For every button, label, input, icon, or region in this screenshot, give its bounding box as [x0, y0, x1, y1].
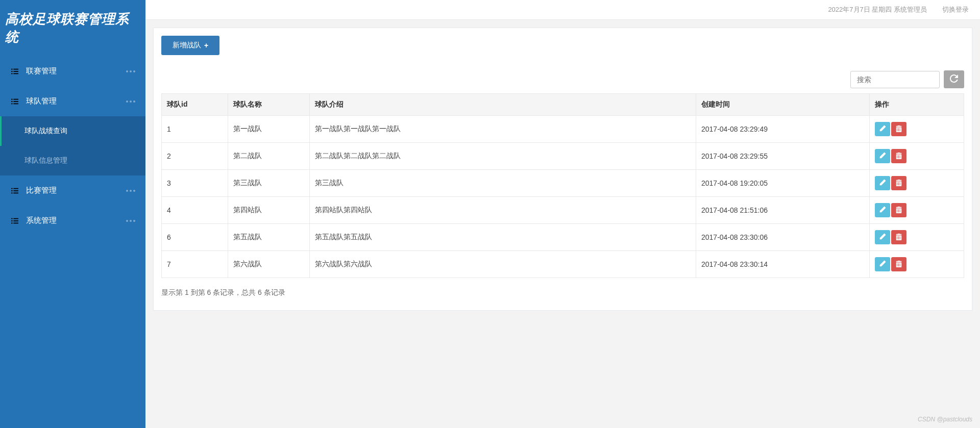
- delete-button[interactable]: [891, 176, 906, 190]
- edit-icon: [879, 260, 886, 269]
- edit-button[interactable]: [875, 176, 890, 190]
- cell-intro: 第五战队第五战队: [310, 224, 696, 251]
- svg-rect-20: [11, 220, 13, 221]
- topbar: 2022年7月7日 星期四 系统管理员 切换登录: [145, 0, 980, 20]
- cell-created: 2017-04-08 23:29:49: [696, 116, 870, 143]
- svg-rect-9: [13, 101, 18, 102]
- cell-name: 第一战队: [228, 116, 310, 143]
- expand-dots-icon: [126, 190, 135, 192]
- svg-rect-16: [11, 192, 13, 193]
- cell-ops: [870, 251, 964, 278]
- table-row: 4第四站队第四站队第四站队2017-04-08 21:51:06: [162, 197, 964, 224]
- col-ops: 操作: [870, 94, 964, 116]
- cell-name: 第二战队: [228, 143, 310, 170]
- delete-button[interactable]: [891, 203, 906, 217]
- switch-login-link[interactable]: 切换登录: [942, 5, 969, 14]
- expand-dots-icon: [126, 220, 135, 222]
- content-panel: 新增战队 +: [153, 28, 972, 311]
- teams-table: 球队id 球队名称 球队介绍 创建时间 操作 1第一战队第一战队第一战队第一战队…: [161, 93, 964, 278]
- svg-rect-18: [11, 218, 13, 219]
- cell-ops: [870, 143, 964, 170]
- table-row: 3第三战队第三战队2017-04-08 19:20:05: [162, 170, 964, 197]
- svg-rect-23: [13, 222, 18, 223]
- sidebar-item-system[interactable]: 系统管理: [0, 206, 145, 236]
- svg-rect-22: [11, 222, 13, 223]
- sidebar: 高校足球联赛管理系统 联赛管理 球队管理 球队战绩查询 球队信息管理: [0, 0, 145, 428]
- watermark: CSDN @pastclouds: [918, 416, 972, 423]
- edit-icon: [879, 152, 886, 161]
- col-created[interactable]: 创建时间: [696, 94, 870, 116]
- svg-rect-2: [11, 71, 13, 72]
- svg-rect-21: [13, 220, 18, 221]
- edit-icon: [879, 125, 886, 134]
- table-row: 2第二战队第二战队第二战队第二战队2017-04-08 23:29:55: [162, 143, 964, 170]
- svg-rect-8: [11, 101, 13, 102]
- svg-rect-10: [11, 103, 13, 104]
- cell-name: 第三战队: [228, 170, 310, 197]
- sidebar-sub-team-info[interactable]: 球队信息管理: [0, 146, 145, 175]
- cell-name: 第五战队: [228, 224, 310, 251]
- app-logo: 高校足球联赛管理系统: [0, 0, 145, 56]
- sidebar-item-league[interactable]: 联赛管理: [0, 56, 145, 86]
- svg-rect-17: [13, 192, 18, 193]
- add-team-button[interactable]: 新增战队 +: [161, 36, 219, 55]
- edit-icon: [879, 233, 886, 242]
- table-row: 6第五战队第五战队第五战队2017-04-08 23:30:06: [162, 224, 964, 251]
- delete-button[interactable]: [891, 122, 906, 136]
- cell-name: 第六战队: [228, 251, 310, 278]
- cell-intro: 第一战队第一战队第一战队: [310, 116, 696, 143]
- svg-rect-1: [13, 68, 18, 69]
- table-toolbar: [161, 70, 964, 88]
- svg-rect-11: [13, 103, 18, 104]
- sidebar-item-label: 联赛管理: [26, 66, 57, 76]
- sidebar-sub-team-record[interactable]: 球队战绩查询: [0, 116, 145, 146]
- svg-rect-7: [13, 98, 18, 99]
- cell-intro: 第四站队第四站队: [310, 197, 696, 224]
- sidebar-item-label: 系统管理: [26, 216, 57, 225]
- edit-button[interactable]: [875, 257, 890, 271]
- col-intro[interactable]: 球队介绍: [310, 94, 696, 116]
- delete-button[interactable]: [891, 257, 906, 271]
- edit-icon: [879, 179, 886, 188]
- table-header-row: 球队id 球队名称 球队介绍 创建时间 操作: [162, 94, 964, 116]
- sidebar-item-team[interactable]: 球队管理: [0, 86, 145, 116]
- list-icon: [11, 187, 18, 194]
- sidebar-sub-label: 球队信息管理: [24, 156, 67, 164]
- edit-button[interactable]: [875, 230, 890, 244]
- main-content: 2022年7月7日 星期四 系统管理员 切换登录 新增战队 +: [145, 0, 980, 428]
- search-input[interactable]: [850, 71, 940, 88]
- cell-id: 4: [162, 197, 228, 224]
- delete-button[interactable]: [891, 149, 906, 163]
- svg-rect-3: [13, 71, 18, 72]
- col-id[interactable]: 球队id: [162, 94, 228, 116]
- sidebar-item-label: 球队管理: [26, 96, 57, 106]
- svg-rect-4: [11, 73, 13, 74]
- refresh-button[interactable]: [944, 70, 964, 88]
- edit-button[interactable]: [875, 122, 890, 136]
- svg-rect-13: [13, 188, 18, 189]
- cell-intro: 第二战队第二战队第二战队: [310, 143, 696, 170]
- cell-created: 2017-04-08 23:30:06: [696, 224, 870, 251]
- sidebar-item-match[interactable]: 比赛管理: [0, 175, 145, 206]
- cell-id: 2: [162, 143, 228, 170]
- cell-intro: 第六战队第六战队: [310, 251, 696, 278]
- delete-button[interactable]: [891, 230, 906, 244]
- expand-dots-icon: [126, 70, 135, 72]
- cell-ops: [870, 116, 964, 143]
- cell-id: 3: [162, 170, 228, 197]
- col-name[interactable]: 球队名称: [228, 94, 310, 116]
- pagination-info: 显示第 1 到第 6 条记录，总共 6 条记录: [161, 278, 964, 303]
- refresh-icon: [950, 74, 958, 84]
- cell-id: 6: [162, 224, 228, 251]
- cell-created: 2017-04-08 19:20:05: [696, 170, 870, 197]
- edit-button[interactable]: [875, 203, 890, 217]
- edit-button[interactable]: [875, 149, 890, 163]
- list-icon: [11, 68, 18, 75]
- cell-created: 2017-04-08 23:29:55: [696, 143, 870, 170]
- trash-icon: [895, 260, 902, 269]
- trash-icon: [895, 152, 902, 161]
- edit-icon: [879, 206, 886, 215]
- cell-ops: [870, 197, 964, 224]
- cell-ops: [870, 170, 964, 197]
- cell-created: 2017-04-08 23:30:14: [696, 251, 870, 278]
